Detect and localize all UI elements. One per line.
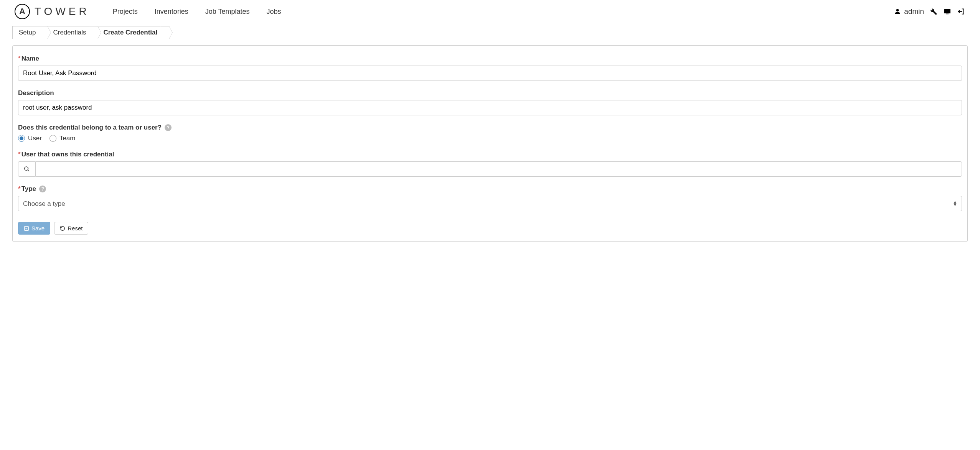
logo-text: TOWER bbox=[35, 5, 90, 18]
description-input[interactable] bbox=[18, 100, 962, 115]
help-icon[interactable]: ? bbox=[39, 186, 46, 192]
nav-inventories[interactable]: Inventories bbox=[155, 8, 188, 16]
owner-label: Does this credential belong to a team or… bbox=[18, 124, 962, 131]
logo-icon: A bbox=[15, 4, 30, 19]
logo[interactable]: A TOWER bbox=[15, 4, 90, 19]
description-group: Description bbox=[18, 89, 962, 115]
owner-user-option[interactable]: User bbox=[18, 135, 42, 142]
user-owner-group: *User that owns this credential bbox=[18, 151, 962, 177]
svg-point-2 bbox=[25, 167, 28, 170]
help-icon[interactable]: ? bbox=[165, 124, 172, 131]
breadcrumb-credentials[interactable]: Credentials bbox=[43, 26, 94, 39]
portal-icon[interactable] bbox=[943, 7, 952, 16]
breadcrumb-setup[interactable]: Setup bbox=[12, 26, 44, 39]
owner-radio-group: User Team bbox=[18, 135, 962, 142]
reset-button[interactable]: Reset bbox=[54, 222, 88, 235]
search-icon bbox=[24, 166, 30, 172]
header-right: admin bbox=[893, 7, 965, 16]
main-header: A TOWER Projects Inventories Job Templat… bbox=[0, 0, 980, 23]
current-user[interactable]: admin bbox=[893, 7, 924, 16]
form-panel: *Name Description Does this credential b… bbox=[12, 45, 968, 242]
type-select-wrap: Choose a type ▲▼ bbox=[18, 196, 962, 211]
svg-line-3 bbox=[28, 170, 29, 171]
type-group: *Type ? Choose a type ▲▼ bbox=[18, 185, 962, 211]
breadcrumb-create-credential[interactable]: Create Credential bbox=[94, 26, 165, 39]
user-input-group bbox=[18, 161, 962, 177]
user-name: admin bbox=[904, 7, 924, 16]
save-button[interactable]: Save bbox=[18, 222, 50, 235]
owner-group: Does this credential belong to a team or… bbox=[18, 124, 962, 142]
user-search-button[interactable] bbox=[18, 161, 35, 177]
owner-user-label: User bbox=[28, 135, 42, 142]
name-label: *Name bbox=[18, 55, 962, 62]
owner-user-radio[interactable] bbox=[18, 135, 25, 142]
header-left: A TOWER Projects Inventories Job Templat… bbox=[15, 4, 281, 19]
user-owner-label: *User that owns this credential bbox=[18, 151, 962, 158]
svg-rect-0 bbox=[944, 9, 950, 13]
breadcrumb: Setup Credentials Create Credential bbox=[12, 26, 980, 39]
owner-team-option[interactable]: Team bbox=[49, 135, 76, 142]
owner-team-label: Team bbox=[59, 135, 76, 142]
nav-jobs[interactable]: Jobs bbox=[267, 8, 281, 16]
logout-icon[interactable] bbox=[957, 7, 965, 16]
type-label: *Type ? bbox=[18, 185, 962, 193]
nav-projects[interactable]: Projects bbox=[113, 8, 138, 16]
undo-icon bbox=[60, 226, 65, 231]
check-icon bbox=[24, 226, 29, 231]
main-nav: Projects Inventories Job Templates Jobs bbox=[113, 8, 281, 16]
form-buttons: Save Reset bbox=[18, 222, 962, 235]
name-input[interactable] bbox=[18, 66, 962, 81]
name-group: *Name bbox=[18, 55, 962, 81]
owner-team-radio[interactable] bbox=[49, 135, 56, 142]
setup-icon[interactable] bbox=[929, 7, 938, 16]
nav-job-templates[interactable]: Job Templates bbox=[205, 8, 250, 16]
type-select[interactable]: Choose a type bbox=[18, 196, 962, 211]
user-icon bbox=[893, 7, 902, 16]
description-label: Description bbox=[18, 89, 962, 97]
svg-rect-1 bbox=[946, 14, 949, 15]
user-owner-input[interactable] bbox=[35, 161, 962, 177]
